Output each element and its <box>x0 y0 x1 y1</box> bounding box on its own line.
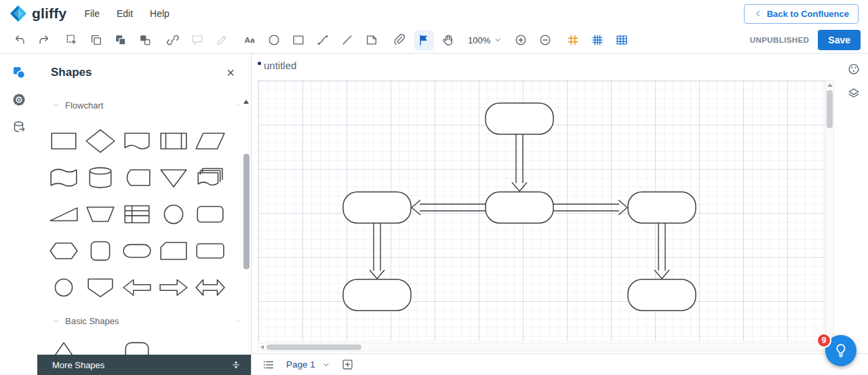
diagram-edge-arrowhead[interactable] <box>654 270 669 279</box>
page-list-icon[interactable] <box>262 358 275 372</box>
section-basic-shapes[interactable]: Basic Shapes <box>37 311 243 330</box>
settings-rail-icon[interactable] <box>7 87 31 112</box>
shape-rounded-square-large[interactable] <box>119 333 155 355</box>
shape-merge[interactable] <box>155 159 192 196</box>
shape-rounded-rectangle[interactable] <box>192 196 229 233</box>
text-icon[interactable]: Aa <box>240 31 260 50</box>
attach-icon[interactable] <box>390 31 410 50</box>
shape-predefined-process[interactable] <box>155 123 192 159</box>
section-collapse-icon <box>235 317 243 325</box>
document-title[interactable]: untitled <box>258 60 296 71</box>
panel-scroll-up-arrow[interactable] <box>243 100 249 104</box>
drawing-canvas[interactable] <box>258 80 825 342</box>
diagram-edge-arrowhead[interactable] <box>412 200 420 215</box>
diagram-node-bottom-right[interactable] <box>628 279 696 311</box>
back-to-confluence-button[interactable]: Back to Confluence <box>744 4 859 24</box>
save-button[interactable]: Save <box>818 30 861 50</box>
menu-help[interactable]: Help <box>150 4 170 23</box>
connector-icon[interactable] <box>313 31 333 50</box>
shape-rounded-square[interactable] <box>82 233 119 269</box>
shape-manual-operation[interactable] <box>45 196 82 233</box>
pixel-grid-icon[interactable] <box>612 31 632 50</box>
diagram-node-right[interactable] <box>628 192 696 223</box>
group-icon[interactable] <box>111 31 131 50</box>
left-rail <box>0 54 37 375</box>
shape-connector-circle[interactable] <box>45 269 82 306</box>
back-button-label: Back to Confluence <box>767 9 849 19</box>
panel-scrollbar-thumb[interactable] <box>243 154 250 269</box>
zoom-dropdown[interactable]: 100% <box>468 35 502 45</box>
duplicate-icon[interactable] <box>87 31 106 50</box>
close-panel-button[interactable]: × <box>226 66 235 79</box>
shape-cylinder[interactable] <box>82 159 119 196</box>
export-rail-icon[interactable] <box>7 115 31 139</box>
zoom-out-icon[interactable] <box>536 31 555 50</box>
vertical-scrollbar[interactable] <box>825 80 834 342</box>
vertical-scrollbar-thumb[interactable] <box>827 90 833 128</box>
shape-triangle[interactable] <box>45 333 82 355</box>
select-area-icon[interactable] <box>62 31 82 50</box>
diagram-edge-arrowhead[interactable] <box>618 200 627 215</box>
menu-edit[interactable]: Edit <box>117 4 133 23</box>
shape-delay[interactable] <box>119 159 155 196</box>
shape-arrow-right[interactable] <box>155 269 192 306</box>
snap-grid-icon[interactable] <box>564 31 583 50</box>
toolbar-group <box>60 31 157 50</box>
chevron-down-icon <box>494 36 502 44</box>
pan-icon[interactable] <box>439 31 458 50</box>
section-caret-icon <box>52 102 60 109</box>
layers-icon[interactable] <box>847 87 861 102</box>
shape-off-page-connector[interactable] <box>82 269 119 306</box>
shapes-rail-icon[interactable] <box>7 60 31 85</box>
scroll-left-arrow[interactable] <box>260 345 264 349</box>
flowchart-shape-grid <box>45 123 230 306</box>
more-shapes-bar[interactable]: More Shapes <box>37 355 251 375</box>
shape-diamond[interactable] <box>82 123 119 159</box>
diagram-node-left[interactable] <box>343 192 411 223</box>
notification-badge[interactable]: 9 <box>816 333 831 348</box>
shape-terminator[interactable] <box>119 233 155 269</box>
shape-document[interactable] <box>119 123 155 159</box>
add-page-button[interactable] <box>341 358 354 371</box>
scroll-up-arrow[interactable] <box>827 83 833 87</box>
theme-icon[interactable] <box>847 62 861 78</box>
shape-arrow-left[interactable] <box>119 269 155 306</box>
diagram-node-top[interactable] <box>486 103 553 134</box>
section-flowchart[interactable]: Flowchart <box>37 96 243 115</box>
shape-multi-document[interactable] <box>192 159 229 196</box>
link-icon[interactable] <box>163 31 183 50</box>
shape-rectangle[interactable] <box>45 123 82 159</box>
shape-hexagon[interactable] <box>45 233 82 269</box>
zoom-buttons <box>509 31 557 50</box>
shape-alternate-process[interactable] <box>192 233 229 269</box>
diagram-edge-arrowhead[interactable] <box>370 270 384 279</box>
page-selector[interactable]: Page 1 <box>286 359 330 370</box>
shape-icon[interactable] <box>362 31 382 50</box>
shape-arrow-double[interactable] <box>192 269 229 306</box>
panel-scrollbar[interactable] <box>243 106 250 352</box>
flag-icon[interactable] <box>414 31 434 50</box>
redo-icon[interactable] <box>35 31 54 50</box>
rectangle-icon[interactable] <box>289 31 309 50</box>
shape-circle[interactable] <box>155 196 192 233</box>
horizontal-scrollbar-thumb[interactable] <box>267 344 361 350</box>
zoom-in-icon[interactable] <box>511 31 531 50</box>
grid-icon[interactable] <box>588 31 608 50</box>
diagram-node-center[interactable] <box>486 192 553 223</box>
diagram-node-bottom-left[interactable] <box>343 279 411 311</box>
shape-card[interactable] <box>155 233 192 269</box>
ungroup-icon[interactable] <box>136 31 155 50</box>
shape-display[interactable] <box>45 159 82 196</box>
menu-file[interactable]: File <box>84 4 100 23</box>
shape-parallelogram[interactable] <box>192 123 229 159</box>
undo-icon[interactable] <box>10 31 30 50</box>
diagram-edge-arrowhead[interactable] <box>512 182 527 191</box>
status-badge: UNPUBLISHED <box>750 36 809 44</box>
draw-icon <box>212 31 232 50</box>
shape-trapezoid[interactable] <box>82 196 119 233</box>
gliffy-logo[interactable]: gliffy <box>9 5 66 22</box>
shape-internal-storage[interactable] <box>119 196 155 233</box>
ellipse-icon[interactable] <box>264 31 284 50</box>
line-icon[interactable] <box>338 31 357 50</box>
horizontal-scrollbar[interactable] <box>258 343 825 351</box>
